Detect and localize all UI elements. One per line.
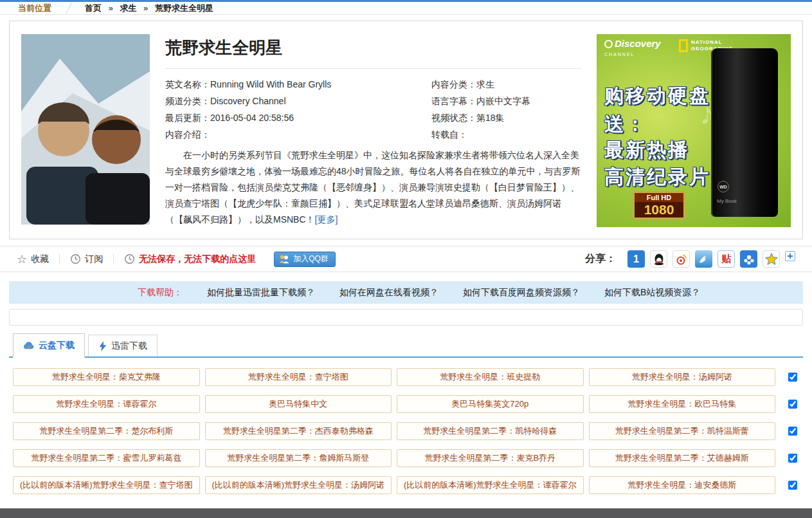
page-title: 荒野求生全明星 xyxy=(165,37,581,59)
breadcrumb-category-link[interactable]: 求生 xyxy=(120,3,136,13)
help-label: 下载帮助： xyxy=(138,287,183,299)
ad-text-line4: 高清纪录片 xyxy=(604,164,710,190)
field-last-update: 最后更新：2016-05-04 20:58:56 xyxy=(165,113,431,124)
ad-text-line1: 购移动硬盘 xyxy=(604,83,710,109)
tab-cloud-download[interactable]: 云盘下载 xyxy=(13,333,85,358)
field-english-name: 英文名称：Running Wild With Bear Grylls xyxy=(165,79,431,91)
download-item[interactable]: 荒野求生全明星：班史提勒 xyxy=(397,368,584,386)
field-content-intro: 内容介绍： xyxy=(165,129,431,141)
row-select-checkbox[interactable] xyxy=(788,454,797,463)
more-link[interactable]: [更多] xyxy=(315,214,338,225)
detail-info: 荒野求生全明星 英文名称：Running Wild With Bear Gryl… xyxy=(150,34,597,226)
footer-bar xyxy=(0,508,812,518)
ad-text-line3: 最新热播 xyxy=(604,137,689,163)
breadcrumb-label: 当前位置 xyxy=(0,3,60,14)
ad-text-line2: 送： xyxy=(604,111,647,138)
people-icon xyxy=(278,254,290,264)
poster-image xyxy=(21,34,150,225)
detail-fields: 英文名称：Running Wild With Bear Grylls 内容分类：… xyxy=(165,79,581,141)
download-row: 荒野求生全明星第二季：蜜雪儿罗莉葛兹 荒野求生全明星第二季：詹姆斯马斯登 荒野求… xyxy=(9,449,803,467)
share-tieba-icon[interactable]: 贴 xyxy=(717,250,735,268)
download-item[interactable]: 荒野求生全明星第二季：詹姆斯马斯登 xyxy=(205,449,392,467)
clock-icon xyxy=(124,254,135,264)
fullhd-badge: Full HD 1080 xyxy=(633,191,685,219)
breadcrumb-current: 荒野求生全明星 xyxy=(155,3,213,13)
download-item[interactable]: 荒野求生全明星：柴克艾弗隆 xyxy=(13,368,200,386)
download-row: (比以前的版本清晰)荒野求生全明星：查宁塔图 (比以前的版本清晰)荒野求生全明星… xyxy=(9,476,803,494)
download-tabs: 云盘下载 迅雷下载 xyxy=(9,335,803,358)
field-video-status: 视频状态：第18集 xyxy=(431,113,581,124)
discovery-logo: Discovery CHANNEL xyxy=(604,39,661,59)
divider xyxy=(113,254,114,264)
download-item[interactable]: 荒野求生全明星：汤姆阿诺 xyxy=(589,368,776,386)
share-qzone-icon[interactable] xyxy=(762,250,780,268)
title-divider xyxy=(165,68,581,69)
download-row: 荒野求生全明星：谭蓉霍尔 奥巴马特集中文 奥巴马特集英文720p 荒野求生全明星… xyxy=(9,395,803,413)
download-item[interactable]: 荒野求生全明星：欧巴马特集 xyxy=(589,395,776,413)
join-qq-group-button[interactable]: 加入QQ群 xyxy=(274,252,336,267)
star-icon: ☆ xyxy=(17,254,27,265)
share-renren-icon[interactable] xyxy=(740,250,757,268)
wd-logo: WD xyxy=(717,181,729,192)
action-bar: ☆ 收藏 订阅 无法保存，无法下载的点这里 加入QQ群 分享： 1 xyxy=(0,246,812,272)
download-item[interactable]: 荒野求生全明星第二季：蜜雪儿罗莉葛兹 xyxy=(13,449,200,467)
description-text: 在一小时的另类系列节目《荒野求生全明星》中，这位知名探险家兼求生者将带领六位名人… xyxy=(165,150,581,225)
download-item[interactable]: 荒野求生全明星第二季：凯特哈得森 xyxy=(397,422,584,440)
divider xyxy=(59,254,60,264)
download-item[interactable]: (比以前的版本清晰)荒野求生全明星：谭蓉霍尔 xyxy=(397,476,584,494)
row-select-checkbox[interactable] xyxy=(788,400,797,409)
download-warning-link[interactable]: 无法保存，无法下载的点这里 xyxy=(124,254,256,265)
share-label: 分享： xyxy=(585,252,616,266)
download-item[interactable]: 奥巴马特集英文720p xyxy=(397,395,584,413)
subscribe-button[interactable]: 订阅 xyxy=(70,254,103,265)
row-select-checkbox[interactable] xyxy=(788,427,797,436)
cloud-icon xyxy=(23,341,35,350)
share-sina-weibo-icon[interactable] xyxy=(672,250,690,268)
favorite-button[interactable]: ☆ 收藏 xyxy=(17,254,49,265)
row-select-checkbox[interactable] xyxy=(788,481,797,490)
breadcrumb: 首页 » 求生 » 荒野求生全明星 xyxy=(85,3,213,14)
globe-icon xyxy=(604,40,613,48)
download-item[interactable]: 荒野求生全明星：迪安桑德斯 xyxy=(589,476,776,494)
empty-panel xyxy=(9,309,803,326)
field-subtitle-language: 语言字幕：内嵌中文字幕 xyxy=(431,96,581,107)
download-item[interactable]: 荒野求生全明星第二季：艾德赫姆斯 xyxy=(589,449,776,467)
help-link-netdisk-watch[interactable]: 如何在网盘在线看视频？ xyxy=(339,287,438,299)
device-name: My Book xyxy=(717,198,737,204)
ad-banner[interactable]: Discovery CHANNEL NATIONALGEOGRAPHIC 购移动… xyxy=(597,34,791,227)
share-bar: 分享： 1 贴 xyxy=(585,250,795,268)
download-row: 荒野求生全明星第二季：楚尔布利斯 荒野求生全明星第二季：杰西泰勒弗格森 荒野求生… xyxy=(9,422,803,440)
field-repost-from: 转载自： xyxy=(431,129,581,141)
breadcrumb-bar: 当前位置 首页 » 求生 » 荒野求生全明星 xyxy=(0,0,812,15)
share-qq-icon[interactable] xyxy=(650,250,667,268)
breadcrumb-home-link[interactable]: 首页 xyxy=(85,3,102,13)
clock-icon xyxy=(70,254,81,264)
download-item[interactable]: 奥巴马特集中文 xyxy=(205,395,392,413)
download-help-bar: 下载帮助： 如何批量迅雷批量下载频？ 如何在网盘在线看视频？ 如何下载百度网盘频… xyxy=(9,281,803,304)
help-link-baidu-netdisk[interactable]: 如何下载百度网盘频资源频？ xyxy=(463,287,580,299)
download-item[interactable]: 荒野求生全明星第二季：楚尔布利斯 xyxy=(13,422,200,440)
help-link-bilibili[interactable]: 如何下载B站视频资源？ xyxy=(604,287,700,299)
download-item[interactable]: 荒野求生全明星第二季：杰西泰勒弗格森 xyxy=(205,422,392,440)
share-tencent-weibo-icon[interactable] xyxy=(695,250,712,268)
breadcrumb-separator: » xyxy=(109,3,113,13)
field-content-category: 内容分类：求生 xyxy=(431,79,581,91)
field-channel-category: 频道分类：Discovery Channel xyxy=(165,96,431,107)
hard-drive-image: WD My Book xyxy=(711,48,778,217)
share-more-button[interactable] xyxy=(785,251,795,261)
download-item[interactable]: 荒野求生全明星：谭蓉霍尔 xyxy=(13,395,200,413)
download-list: 荒野求生全明星：柴克艾弗隆 荒野求生全明星：查宁塔图 荒野求生全明星：班史提勒 … xyxy=(9,358,803,494)
download-row: 荒野求生全明星：柴克艾弗隆 荒野求生全明星：查宁塔图 荒野求生全明星：班史提勒 … xyxy=(9,368,803,386)
tab-thunder-download[interactable]: 迅雷下载 xyxy=(88,335,158,356)
help-link-batch-thunder[interactable]: 如何批量迅雷批量下载频？ xyxy=(207,287,315,299)
download-item[interactable]: (比以前的版本清晰)荒野求生全明星：查宁塔图 xyxy=(13,476,200,494)
share-onekey-icon[interactable]: 1 xyxy=(627,250,645,268)
download-item[interactable]: 荒野求生全明星第二季：麦克B乔丹 xyxy=(397,449,584,467)
download-item[interactable]: (比以前的版本清晰)荒野求生全明星：汤姆阿诺 xyxy=(205,476,392,494)
breadcrumb-separator: » xyxy=(143,3,148,13)
description: 在一小时的另类系列节目《荒野求生全明星》中，这位知名探险家兼求生者将带领六位名人… xyxy=(165,147,581,228)
row-select-checkbox[interactable] xyxy=(788,373,797,382)
lightning-icon xyxy=(98,341,107,351)
download-item[interactable]: 荒野求生全明星第二季：凯特温斯蕾 xyxy=(589,422,776,440)
download-item[interactable]: 荒野求生全明星：查宁塔图 xyxy=(205,368,392,386)
